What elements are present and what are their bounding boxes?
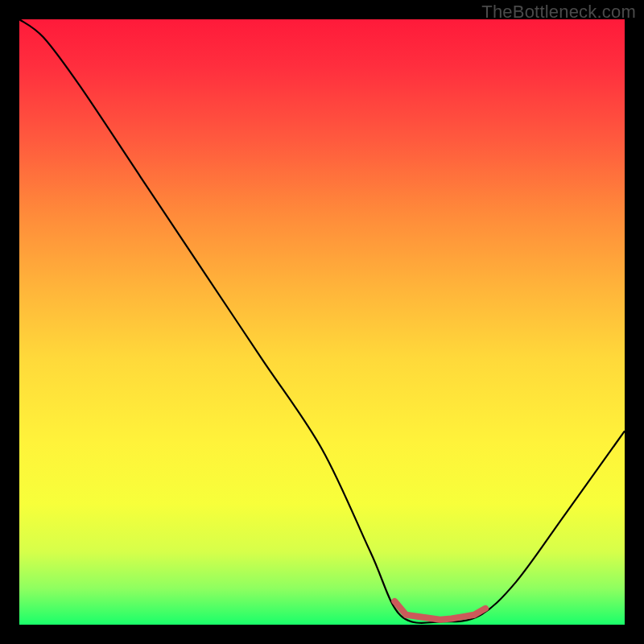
curve-svg xyxy=(19,19,625,625)
bottleneck-curve xyxy=(19,19,625,623)
minimum-marker xyxy=(394,601,485,620)
chart-area xyxy=(19,19,625,625)
watermark-text: TheBottleneck.com xyxy=(481,2,636,23)
